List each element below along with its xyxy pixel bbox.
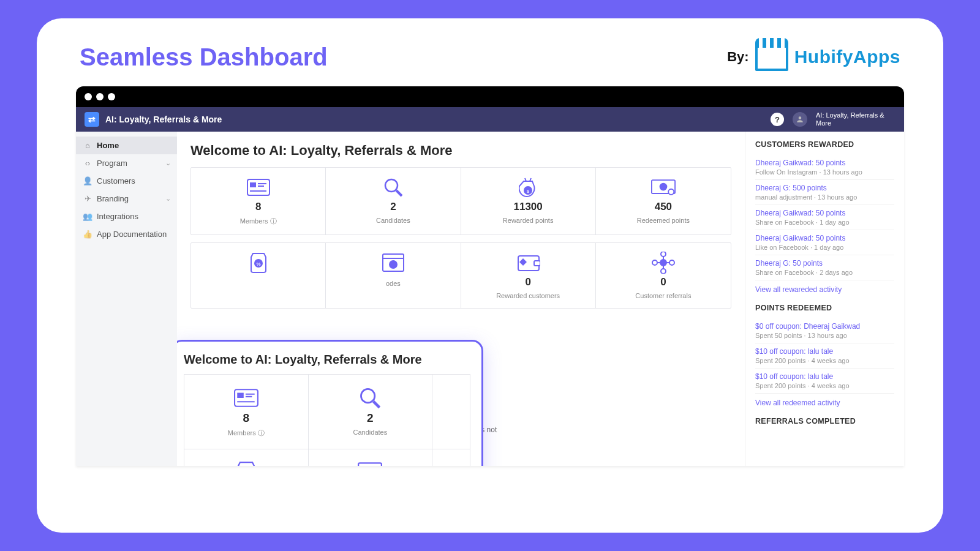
network-icon	[651, 253, 676, 272]
chevron-down-icon: ⌄	[165, 159, 171, 167]
user-icon: 👤	[83, 177, 92, 186]
activity-panel: CUSTOMERS REWARDED Dheeraj Gaikwad: 50 p…	[745, 132, 904, 466]
window-max-icon[interactable]	[108, 93, 115, 100]
stat-value: 0	[660, 276, 666, 288]
zoom-row-2: %	[184, 449, 470, 466]
stat-label: Candidates	[353, 429, 388, 436]
window-icon	[381, 253, 405, 272]
stat-referrals[interactable]: 0 Customer referrals	[596, 243, 731, 308]
sidebar-item-docs[interactable]: 👍 App Documentation	[76, 225, 177, 243]
stat-label: Redeemed points	[637, 217, 690, 224]
activity-item[interactable]: Dheeraj Gaikwad: 50 points Follow On Ins…	[755, 155, 894, 180]
stat-label: Members ⓘ	[240, 217, 277, 226]
activity-item[interactable]: $0 off coupon: Dheeraj Gaikwad Spent 50 …	[755, 318, 894, 343]
user-name: AI: Loyalty, Referrals & More	[816, 111, 895, 127]
app-body: ⌂ Home ‹› Program ⌄ 👤 Customers ✈ Brandi…	[76, 132, 904, 466]
zoom-empty	[432, 449, 470, 466]
card-icon	[246, 178, 271, 197]
svg-rect-18	[534, 261, 540, 266]
svg-point-10	[660, 184, 666, 190]
svg-line-34	[374, 402, 380, 408]
svg-point-19	[660, 260, 666, 266]
stat-value: 8	[243, 411, 250, 425]
tag-icon: %	[234, 463, 258, 466]
stat-value: 11300	[513, 201, 542, 213]
sidebar-item-integrations[interactable]: 👥 Integrations	[76, 208, 177, 225]
view-all-redeemed-link[interactable]: View all redeemed activity	[755, 394, 894, 416]
svg-rect-37	[359, 463, 382, 466]
sidebar-item-label: Integrations	[97, 212, 138, 221]
stat-label: Members ⓘ	[228, 429, 265, 438]
zoom-empty	[432, 375, 470, 449]
svg-text:$: $	[527, 189, 530, 194]
stat-codes[interactable]: odes	[326, 243, 461, 308]
window-icon	[358, 463, 382, 466]
code-icon: ‹›	[83, 159, 92, 168]
title-row: Seamless Dashboard By: HubifyApps	[37, 43, 943, 86]
help-icon[interactable]: ?	[771, 113, 784, 126]
wallet-icon	[516, 253, 540, 272]
window-min-icon[interactable]	[96, 93, 104, 100]
stats-row-2: % odes	[190, 242, 731, 309]
svg-point-20	[661, 252, 666, 257]
view-all-rewarded-link[interactable]: View all rewareded activity	[755, 280, 894, 302]
sidebar-item-label: Home	[97, 141, 119, 150]
svg-rect-1	[250, 182, 256, 187]
svg-point-22	[652, 260, 657, 265]
svg-point-21	[661, 269, 666, 274]
zoom-callout: Welcome to AI: Loyalty, Referrals & More…	[177, 340, 483, 466]
stat-rewarded-points[interactable]: $ 11300 Rewarded points	[461, 168, 596, 234]
stat-rewarded-customers[interactable]: 0 Rewarded customers	[461, 243, 596, 308]
brand-wrap: By: HubifyApps	[727, 43, 900, 71]
zoom-members: 8 Members ⓘ	[184, 375, 309, 449]
stat-label: odes	[386, 280, 401, 287]
sidebar-item-label: Customers	[97, 176, 135, 186]
window-controls	[76, 86, 904, 107]
zoom-window	[309, 449, 433, 466]
zoom-row-1: 8 Members ⓘ 2 Candidates	[184, 374, 470, 449]
sidebar-item-label: Program	[97, 159, 127, 168]
activity-item[interactable]: Dheeraj G: 50 points Share on Facebook ·…	[755, 255, 894, 280]
activity-item[interactable]: Dheeraj Gaikwad: 50 points Share on Face…	[755, 205, 894, 230]
svg-point-16	[390, 261, 397, 268]
brand-name: HubifyApps	[794, 47, 900, 67]
svg-line-6	[396, 190, 402, 196]
stat-label: Candidates	[376, 217, 410, 224]
activity-item[interactable]: $10 off coupon: lalu tale Spent 200 poin…	[755, 369, 894, 394]
referrals-heading: REFERRALS COMPLETED	[755, 417, 894, 425]
thumb-icon: 👍	[83, 230, 92, 239]
stat-redeemed-points[interactable]: 450 Redeemed points	[596, 168, 731, 234]
sidebar-item-branding[interactable]: ✈ Branding ⌄	[76, 190, 177, 208]
sidebar-item-program[interactable]: ‹› Program ⌄	[76, 154, 177, 172]
avatar-icon[interactable]	[793, 112, 807, 127]
card-icon	[234, 388, 258, 408]
home-icon: ⌂	[83, 141, 92, 150]
stat-tag[interactable]: %	[191, 243, 326, 308]
svg-point-23	[669, 260, 674, 265]
by-label: By:	[727, 49, 748, 65]
svg-point-11	[668, 189, 674, 195]
svg-point-33	[361, 389, 375, 402]
sidebar-item-label: App Documentation	[97, 230, 167, 239]
app-title: AI: Loyalty, Referrals & More	[105, 114, 222, 124]
activity-item[interactable]: $10 off coupon: lalu tale Spent 200 poin…	[755, 343, 894, 369]
stat-label: Rewarded customers	[496, 292, 560, 299]
tag-icon: %	[246, 253, 271, 272]
stat-value: 8	[255, 201, 261, 213]
stat-candidates[interactable]: 2 Candidates	[326, 168, 461, 234]
window-close-icon[interactable]	[85, 93, 92, 100]
activity-item[interactable]: Dheeraj Gaikwad: 50 points Like on Faceb…	[755, 230, 894, 255]
search-icon	[358, 388, 382, 408]
stats-row-1: 8 Members ⓘ 2 Candidates $	[190, 167, 731, 235]
activity-item[interactable]: Dheeraj G: 500 points manual adjustment …	[755, 180, 894, 205]
welcome-heading: Welcome to AI: Loyalty, Referrals & More	[190, 143, 731, 159]
send-icon: ✈	[83, 195, 92, 203]
page-title: Seamless Dashboard	[80, 43, 328, 71]
stat-label: Rewarded points	[503, 217, 554, 224]
stat-members[interactable]: 8 Members ⓘ	[191, 168, 326, 234]
svg-point-5	[385, 179, 398, 192]
sidebar-item-customers[interactable]: 👤 Customers	[76, 172, 177, 190]
sidebar-item-home[interactable]: ⌂ Home	[76, 137, 177, 154]
zoom-candidates: 2 Candidates	[309, 375, 433, 449]
stat-value: 0	[525, 276, 530, 288]
